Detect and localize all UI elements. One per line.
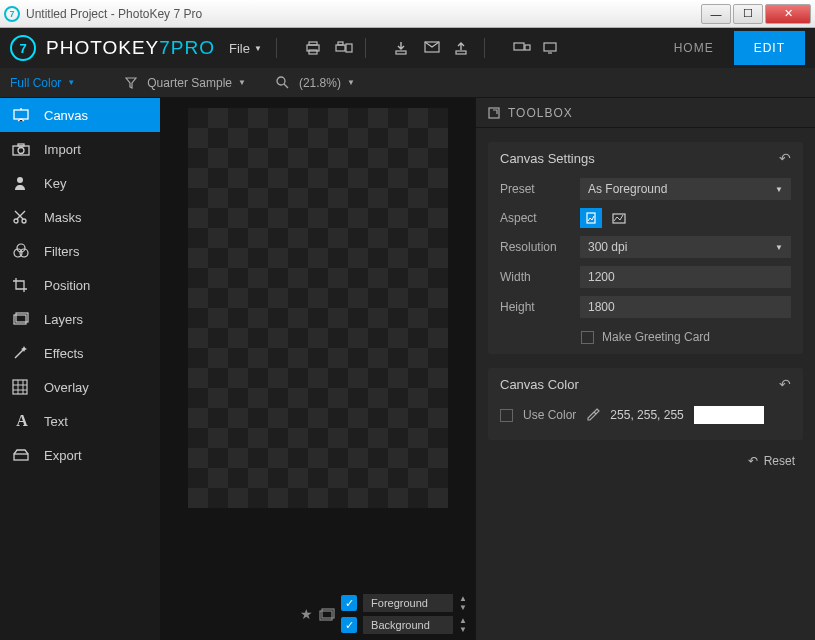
preset-label: Preset <box>500 182 570 196</box>
svg-rect-5 <box>346 44 352 52</box>
sidebar-item-label: Layers <box>44 312 83 327</box>
layer-row-foreground: ✓ Foreground ▲▼ <box>341 594 467 612</box>
sidebar-item-label: Masks <box>44 210 82 225</box>
sidebar-item-effects[interactable]: Effects <box>0 336 160 370</box>
greeting-checkbox[interactable] <box>581 331 594 344</box>
screens-icon[interactable] <box>513 42 529 54</box>
bg-up-icon[interactable]: ▲ <box>459 616 467 625</box>
options-bar: Full Color▼ Quarter Sample▼ (21.8%)▼ <box>0 68 815 98</box>
brand-logo-icon: 7 <box>10 35 36 61</box>
batch-print-icon[interactable] <box>335 41 351 55</box>
reset-button[interactable]: ↶ Reset <box>476 440 815 482</box>
svg-rect-2 <box>309 50 317 54</box>
resolution-label: Resolution <box>500 240 570 254</box>
width-input[interactable]: 1200 <box>580 266 791 288</box>
fg-down-icon[interactable]: ▼ <box>459 603 467 612</box>
eyedropper-icon[interactable] <box>586 408 600 422</box>
sidebar-item-key[interactable]: Key <box>0 166 160 200</box>
print-icon[interactable] <box>305 41 321 55</box>
brand-bar: 7 PHOTOKEY7PRO File▼ HOM <box>0 28 815 68</box>
sidebar-item-label: Overlay <box>44 380 89 395</box>
camera-icon <box>12 143 32 156</box>
scissors-icon <box>12 209 32 225</box>
resolution-dropdown[interactable]: 300 dpi▼ <box>580 236 791 258</box>
text-icon: A <box>12 412 32 430</box>
save-icon[interactable] <box>394 41 410 55</box>
bg-down-icon[interactable]: ▼ <box>459 625 467 634</box>
sidebar-item-label: Export <box>44 448 82 463</box>
sidebar-item-label: Import <box>44 142 81 157</box>
sidebar-item-filters[interactable]: Filters <box>0 234 160 268</box>
sidebar-item-canvas[interactable]: Canvas <box>0 98 160 132</box>
tab-home[interactable]: HOME <box>654 31 734 65</box>
sidebar-item-layers[interactable]: Layers <box>0 302 160 336</box>
svg-rect-11 <box>544 43 556 51</box>
maximize-button[interactable]: ☐ <box>733 4 763 24</box>
svg-point-12 <box>277 77 285 85</box>
sidebar-item-import[interactable]: Import <box>0 132 160 166</box>
canvas-settings-title: Canvas Settings <box>500 151 595 166</box>
background-checkbox[interactable]: ✓ <box>341 617 357 633</box>
aspect-portrait-button[interactable] <box>580 208 602 228</box>
email-icon[interactable] <box>424 41 440 55</box>
canvas-color-title: Canvas Color <box>500 377 579 392</box>
wand-icon <box>12 345 32 361</box>
svg-rect-3 <box>336 45 345 51</box>
color-mode-dropdown[interactable]: Full Color▼ <box>10 76 75 90</box>
svg-rect-30 <box>587 213 595 223</box>
sidebar-item-overlay[interactable]: Overlay <box>0 370 160 404</box>
color-swatch[interactable] <box>694 406 764 424</box>
height-input[interactable]: 1800 <box>580 296 791 318</box>
svg-point-17 <box>17 177 23 183</box>
svg-rect-25 <box>13 380 27 394</box>
reset-icon: ↶ <box>748 454 758 468</box>
svg-rect-6 <box>396 51 406 54</box>
expand-icon[interactable] <box>488 107 500 119</box>
color-revert-icon[interactable]: ↶ <box>779 376 791 392</box>
titlebar: 7 Untitled Project - PhotoKey 7 Pro — ☐ … <box>0 0 815 28</box>
svg-point-18 <box>14 219 18 223</box>
background-label[interactable]: Background <box>363 616 453 634</box>
zoom-dropdown[interactable]: (21.8%)▼ <box>299 76 355 90</box>
use-color-label: Use Color <box>523 408 576 422</box>
svg-point-15 <box>18 147 24 153</box>
canvas-checkerboard[interactable] <box>188 108 448 508</box>
sidebar-item-export[interactable]: Export <box>0 438 160 472</box>
sample-dropdown[interactable]: Quarter Sample▼ <box>147 76 246 90</box>
upload-icon[interactable] <box>454 41 470 55</box>
images-icon[interactable] <box>319 608 335 621</box>
sidebar-item-position[interactable]: Position <box>0 268 160 302</box>
layers-icon <box>12 312 32 326</box>
revert-icon[interactable]: ↶ <box>779 150 791 166</box>
width-label: Width <box>500 270 570 284</box>
minimize-button[interactable]: — <box>701 4 731 24</box>
preset-dropdown[interactable]: As Foreground▼ <box>580 178 791 200</box>
filter-icon[interactable] <box>125 77 137 89</box>
svg-rect-4 <box>338 42 343 45</box>
canvas-area: ★ ✓ Foreground ▲▼ ✓ Background ▲▼ <box>160 98 475 640</box>
fg-up-icon[interactable]: ▲ <box>459 594 467 603</box>
star-icon[interactable]: ★ <box>300 606 313 622</box>
layer-row-background: ✓ Background ▲▼ <box>341 616 467 634</box>
foreground-checkbox[interactable]: ✓ <box>341 595 357 611</box>
close-button[interactable]: ✕ <box>765 4 811 24</box>
svg-rect-9 <box>514 43 524 50</box>
use-color-checkbox[interactable] <box>500 409 513 422</box>
svg-rect-8 <box>456 51 466 54</box>
person-icon <box>12 175 32 191</box>
sidebar-item-masks[interactable]: Masks <box>0 200 160 234</box>
tab-edit[interactable]: EDIT <box>734 31 805 65</box>
foreground-label[interactable]: Foreground <box>363 594 453 612</box>
zoom-icon[interactable] <box>276 76 289 89</box>
app-icon: 7 <box>4 6 20 22</box>
svg-rect-10 <box>525 45 530 50</box>
sidebar: Canvas Import Key Masks Filters Position… <box>0 98 160 640</box>
aspect-landscape-button[interactable] <box>608 208 630 228</box>
grid-icon <box>12 379 32 395</box>
file-menu[interactable]: File▼ <box>229 41 262 56</box>
canvas-color-section: Canvas Color ↶ Use Color 255, 255, 255 <box>488 368 803 440</box>
monitor-icon[interactable] <box>543 42 559 54</box>
toolbox-title: TOOLBOX <box>508 106 573 120</box>
sidebar-item-text[interactable]: A Text <box>0 404 160 438</box>
height-label: Height <box>500 300 570 314</box>
